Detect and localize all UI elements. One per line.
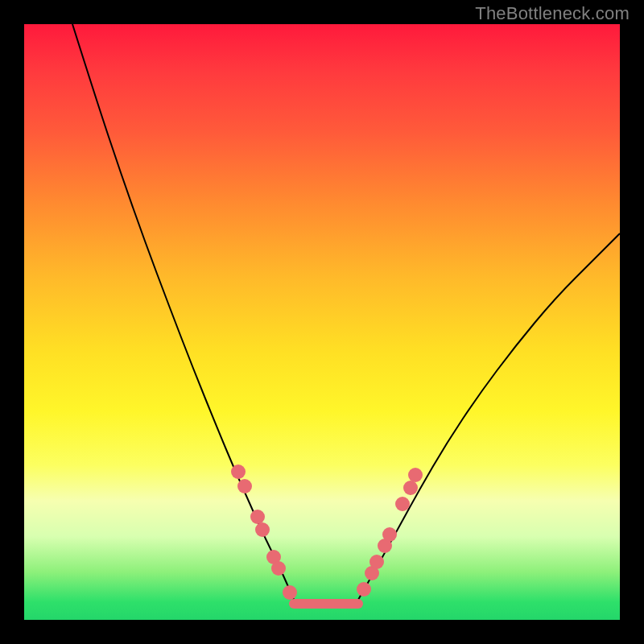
watermark-text: TheBottleneck.com [475,3,630,24]
curve-right [358,233,620,600]
outer-frame: TheBottleneck.com [0,0,644,644]
bead [403,481,418,495]
bead [408,468,423,482]
bead [271,561,286,576]
bead [283,585,297,600]
bead-group [231,464,423,600]
bead [369,555,384,569]
necklace-chart [24,24,620,620]
bead [237,479,252,493]
bead [382,527,397,542]
bead [395,497,410,511]
bead [231,464,246,479]
bead [250,510,265,524]
bead [255,522,270,537]
bead [357,582,371,597]
